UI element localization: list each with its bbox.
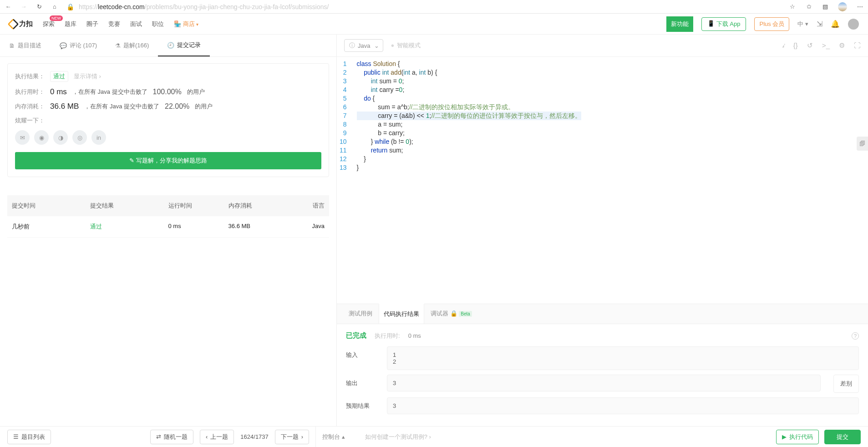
new-feature-banner[interactable]: 新功能 (666, 16, 693, 32)
random-button[interactable]: ⇄随机一题 (150, 430, 193, 444)
douban-icon[interactable]: ◎ (72, 130, 87, 145)
nav-contest[interactable]: 竞赛 (108, 20, 120, 28)
list-icon: ☰ (13, 433, 19, 440)
nav-shop[interactable]: 🏪 商店 ▾ (174, 20, 198, 28)
profile-avatar[interactable] (838, 2, 847, 11)
nav-explore[interactable]: 探索NEW (43, 20, 55, 28)
logo[interactable]: 力扣 (9, 20, 33, 28)
terminal-icon[interactable]: >_ (822, 41, 830, 50)
col-runtime: 运行时间 (168, 202, 228, 210)
tab-submissions[interactable]: 🕘提交记录 (158, 35, 210, 56)
problem-list-button[interactable]: ☰题目列表 (7, 430, 51, 444)
qq-icon[interactable]: ◑ (53, 130, 68, 145)
user-avatar[interactable] (848, 19, 859, 30)
undo-icon[interactable]: ↺ (807, 41, 813, 50)
download-app-button[interactable]: 📱下载 App (701, 17, 746, 31)
phone-icon: 📱 (707, 20, 715, 28)
expected-label: 预期结果 (346, 397, 378, 410)
memory-percentile: 22.00% (165, 102, 189, 111)
back-icon[interactable]: ← (5, 3, 12, 10)
col-result: 提交结果 (90, 202, 168, 210)
col-lang: 语言 (289, 202, 325, 210)
settings-icon[interactable]: ⚙ (839, 41, 845, 50)
url-text: https://leetcode-cn.com/problems/bu-yong… (79, 3, 329, 10)
linkedin-icon[interactable]: in (91, 130, 106, 145)
nav-interview[interactable]: 面试 (130, 20, 142, 28)
tab-debugger[interactable]: 调试器 🔒 Beta (426, 304, 477, 324)
page-indicator: 1624/1737 (240, 433, 268, 440)
tab-testcase[interactable]: 测试用例 (344, 304, 377, 324)
input-label: 输入 (346, 346, 378, 359)
collections-icon[interactable]: ▧ (822, 3, 829, 10)
tab-solutions[interactable]: ⚗题解(166) (106, 35, 158, 56)
show-details-link[interactable]: 显示详情 › (74, 72, 101, 81)
next-button[interactable]: 下一题› (275, 430, 309, 444)
chevron-left-icon: ‹ (206, 433, 208, 440)
submit-button[interactable]: 提交 (824, 430, 861, 444)
footer-bar: ☰题目列表 ⇄随机一题 ‹上一题 1624/1737 下一题› 控制台 ▴ 如何… (0, 426, 868, 447)
prev-button[interactable]: ‹上一题 (200, 430, 234, 444)
memory-value: 36.6 MB (50, 102, 79, 111)
left-panel: 🗎题目描述 💬评论 (107) ⚗题解(166) 🕘提交记录 执行结果：通过显示… (0, 35, 337, 426)
runtime-percentile: 100.00% (153, 88, 182, 96)
chevron-right-icon: › (301, 433, 303, 440)
doc-icon: 🗎 (9, 42, 15, 49)
output-label: 输出 (346, 375, 378, 387)
logo-icon (7, 18, 19, 30)
transfer-icon[interactable]: ⇲ (817, 20, 822, 28)
runtime-value: 0 ms (50, 87, 67, 97)
weibo-icon[interactable]: ◉ (34, 130, 49, 145)
language-dropdown[interactable]: ⓘJava (344, 39, 383, 52)
smart-mode-toggle[interactable]: 智能模式 (391, 41, 421, 50)
forward-icon[interactable]: → (20, 3, 27, 10)
flask-icon: ⚗ (115, 42, 121, 49)
fullscreen-icon[interactable]: ⛶ (854, 41, 861, 50)
nav-problems[interactable]: 题库 (65, 20, 76, 28)
runtime-value: 0 ms (408, 332, 421, 339)
table-row[interactable]: 几秒前 通过 0 ms 36.6 MB Java (7, 216, 329, 238)
info-icon: ⓘ (349, 41, 355, 50)
col-memory: 内存消耗 (228, 202, 289, 210)
wechat-icon[interactable]: ✉ (15, 130, 30, 145)
brag-label: 炫耀一下： (15, 117, 45, 125)
runtime-label: 执行用时: (375, 332, 400, 340)
exec-result-label: 执行结果： (15, 72, 45, 81)
result-card: 执行结果：通过显示详情 › 执行用时：0 ms，在所有 Java 提交中击败了1… (7, 63, 329, 177)
history-icon: 🕘 (167, 42, 174, 49)
copy-tab-icon[interactable]: 🗐 (857, 137, 868, 151)
diff-button[interactable]: 差别 (833, 375, 859, 393)
run-button[interactable]: ▶ 执行代码 (776, 430, 819, 444)
language-selector[interactable]: 中 ▾ (797, 20, 808, 28)
refresh-icon[interactable]: ↻ (36, 3, 43, 10)
home-icon[interactable]: ⌂ (51, 3, 58, 10)
testcase-hint[interactable]: 如何创建一个测试用例? › (365, 433, 431, 441)
col-time: 提交时间 (12, 202, 90, 210)
more-icon[interactable]: ⋯ (856, 3, 863, 10)
done-label: 已完成 (346, 331, 366, 340)
lock-icon: 🔒 (450, 310, 457, 317)
code-editor[interactable]: 12345678910111213 class Solution { publi… (337, 57, 868, 304)
info-icon[interactable]: 𝒾 (782, 41, 784, 50)
favorites-icon[interactable]: ✩ (805, 3, 812, 10)
nav-circle[interactable]: 圈子 (86, 20, 98, 28)
plus-button[interactable]: Plus 会员 (754, 17, 789, 31)
new-badge: NEW (50, 15, 63, 21)
site-nav: 力扣 探索NEW 题库 圈子 竞赛 面试 职位 🏪 商店 ▾ 新功能 📱下载 A… (0, 14, 868, 35)
status-badge: 通过 (50, 71, 68, 82)
console-tabs: 测试用例 代码执行结果 调试器 🔒 Beta (337, 304, 868, 324)
address-bar[interactable]: 🔒 https://leetcode-cn.com/problems/bu-yo… (66, 3, 781, 10)
browser-toolbar: ← → ↻ ⌂ 🔒 https://leetcode-cn.com/proble… (0, 0, 868, 14)
tab-description[interactable]: 🗎题目描述 (0, 35, 51, 56)
braces-icon[interactable]: {} (793, 41, 798, 50)
tab-comments[interactable]: 💬评论 (107) (51, 35, 106, 56)
output-value: 3 (387, 375, 821, 391)
expected-value: 3 (387, 397, 859, 414)
nav-jobs[interactable]: 职位 (152, 20, 164, 28)
tab-run-result[interactable]: 代码执行结果 (379, 304, 424, 324)
star-icon[interactable]: ☆ (789, 3, 796, 10)
bell-icon[interactable]: 🔔 (831, 20, 840, 28)
lock-icon: 🔒 (66, 3, 74, 10)
help-icon[interactable]: ? (852, 332, 859, 340)
console-toggle[interactable]: 控制台 ▴ (322, 433, 345, 441)
write-solution-button[interactable]: ✎ 写题解，分享我的解题思路 (15, 152, 321, 169)
